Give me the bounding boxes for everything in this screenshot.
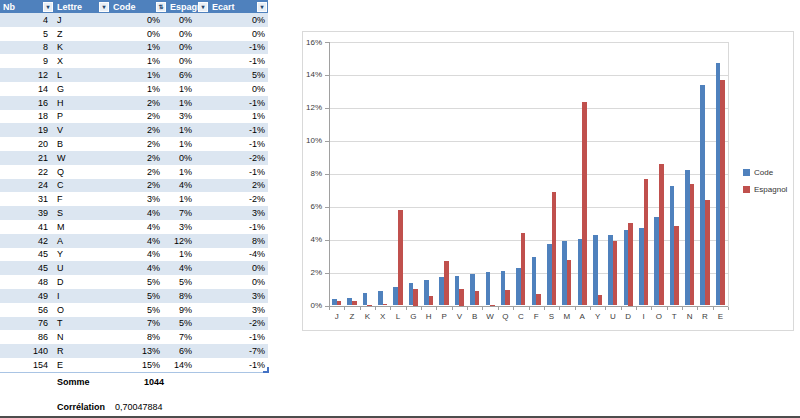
cell-lettre[interactable]: N [54, 332, 110, 342]
cell-nb[interactable]: 14 [0, 84, 54, 94]
table-row[interactable]: 14G1%1%0% [0, 82, 268, 96]
cell-code[interactable]: 2% [110, 111, 167, 121]
table-row[interactable]: 41M4%3%-1% [0, 220, 268, 234]
cell-nb[interactable]: 48 [0, 277, 54, 287]
cell-code[interactable]: 2% [110, 167, 167, 177]
cell-nb[interactable]: 16 [0, 98, 54, 108]
bar-espagnol[interactable] [475, 291, 480, 306]
cell-lettre[interactable]: H [54, 98, 110, 108]
cell-espagnol[interactable]: 3% [167, 111, 209, 121]
cell-code[interactable]: 2% [110, 125, 167, 135]
cell-ecart[interactable]: -1% [209, 360, 268, 370]
cell-lettre[interactable]: F [54, 194, 110, 204]
cell-lettre[interactable]: S [54, 208, 110, 218]
cell-code[interactable]: 2% [110, 139, 167, 149]
filter-dropdown-icon[interactable]: ▾ [257, 2, 267, 12]
cell-ecart[interactable]: -2% [209, 194, 268, 204]
cell-code[interactable]: 5% [110, 305, 167, 315]
bar-espagnol[interactable] [383, 304, 388, 306]
cell-ecart[interactable]: 0% [209, 263, 268, 273]
bar-espagnol[interactable] [659, 164, 664, 306]
bar-espagnol[interactable] [444, 261, 449, 305]
cell-code[interactable]: 7% [110, 318, 167, 328]
bar-code[interactable] [486, 272, 491, 305]
table-row[interactable]: 140R13%6%-7% [0, 344, 268, 358]
cell-espagnol[interactable]: 4% [167, 263, 209, 273]
cell-lettre[interactable]: B [54, 139, 110, 149]
cell-espagnol[interactable]: 3% [167, 222, 209, 232]
bar-espagnol[interactable] [398, 210, 403, 306]
bar-espagnol[interactable] [413, 289, 418, 305]
total-row[interactable]: Somme 1044 [0, 375, 268, 390]
cell-code[interactable]: 8% [110, 332, 167, 342]
cell-nb[interactable]: 24 [0, 180, 54, 190]
bar-espagnol[interactable] [521, 233, 526, 305]
cell-ecart[interactable]: -1% [209, 139, 268, 149]
cell-ecart[interactable]: -1% [209, 222, 268, 232]
cell-lettre[interactable]: W [54, 153, 110, 163]
cell-ecart[interactable]: 2% [209, 180, 268, 190]
cell-espagnol[interactable]: 1% [167, 84, 209, 94]
cell-nb[interactable]: 49 [0, 291, 54, 301]
cell-lettre[interactable]: E [54, 360, 110, 370]
column-header-lettre[interactable]: Lettre ▾ [54, 0, 110, 13]
cell-espagnol[interactable]: 0% [167, 42, 209, 52]
cell-espagnol[interactable]: 7% [167, 332, 209, 342]
cell-nb[interactable]: 18 [0, 111, 54, 121]
bar-espagnol[interactable] [337, 301, 342, 305]
table-row[interactable]: 16H2%1%-1% [0, 96, 268, 110]
table-row[interactable]: 24C2%4%2% [0, 179, 268, 193]
cell-ecart[interactable]: 8% [209, 236, 268, 246]
cell-code[interactable]: 1% [110, 42, 167, 52]
cell-lettre[interactable]: C [54, 180, 110, 190]
table-row[interactable]: 8K1%0%-1% [0, 41, 268, 55]
cell-lettre[interactable]: L [54, 70, 110, 80]
cell-code[interactable]: 1% [110, 84, 167, 94]
cell-nb[interactable]: 39 [0, 208, 54, 218]
cell-nb[interactable]: 4 [0, 15, 54, 25]
cell-lettre[interactable]: K [54, 42, 110, 52]
cell-espagnol[interactable]: 1% [167, 249, 209, 259]
cell-nb[interactable]: 20 [0, 139, 54, 149]
cell-ecart[interactable]: 1% [209, 111, 268, 121]
bar-espagnol[interactable] [674, 226, 679, 305]
cell-code[interactable]: 15% [110, 360, 167, 370]
cell-nb[interactable]: 19 [0, 125, 54, 135]
filter-dropdown-icon[interactable]: ▾ [99, 2, 109, 12]
bar-espagnol[interactable] [429, 296, 434, 306]
cell-espagnol[interactable]: 0% [167, 29, 209, 39]
cell-nb[interactable]: 76 [0, 318, 54, 328]
cell-ecart[interactable]: 0% [209, 15, 268, 25]
legend-item-espagnol[interactable]: Espagnol [743, 185, 787, 194]
bar-espagnol[interactable] [705, 200, 710, 305]
cell-lettre[interactable]: M [54, 222, 110, 232]
bar-espagnol[interactable] [613, 241, 618, 305]
cell-nb[interactable]: 45 [0, 263, 54, 273]
column-header-code[interactable]: Code ⇅ [110, 0, 167, 13]
cell-espagnol[interactable]: 1% [167, 167, 209, 177]
cell-espagnol[interactable]: 12% [167, 236, 209, 246]
table-row[interactable]: 76T7%5%-2% [0, 317, 268, 331]
table-row[interactable]: 86N8%7%-1% [0, 330, 268, 344]
cell-ecart[interactable]: -1% [209, 56, 268, 66]
cell-lettre[interactable]: Y [54, 249, 110, 259]
cell-code[interactable]: 4% [110, 263, 167, 273]
cell-nb[interactable]: 31 [0, 194, 54, 204]
cell-lettre[interactable]: J [54, 15, 110, 25]
bar-chart[interactable]: 0%2%4%6%8%10%12%14%16%JZKXLGHPVBWQCFSMAY… [302, 31, 794, 331]
cell-lettre[interactable]: A [54, 236, 110, 246]
table-row[interactable]: 21W2%0%-2% [0, 151, 268, 165]
cell-nb[interactable]: 5 [0, 29, 54, 39]
cell-ecart[interactable]: 0% [209, 277, 268, 287]
cell-ecart[interactable]: -1% [209, 125, 268, 135]
filter-dropdown-icon[interactable]: ▾ [43, 2, 53, 12]
cell-nb[interactable]: 21 [0, 153, 54, 163]
cell-espagnol[interactable]: 0% [167, 56, 209, 66]
correlation-value[interactable]: 0,70047884 [115, 402, 163, 412]
bar-espagnol[interactable] [628, 223, 633, 305]
cell-lettre[interactable]: O [54, 305, 110, 315]
table-row[interactable]: 20B2%1%-1% [0, 137, 268, 151]
table-row[interactable]: 45Y4%1%-4% [0, 248, 268, 262]
table-row[interactable]: 22Q2%1%-1% [0, 165, 268, 179]
table-row[interactable]: 49I5%8%3% [0, 289, 268, 303]
